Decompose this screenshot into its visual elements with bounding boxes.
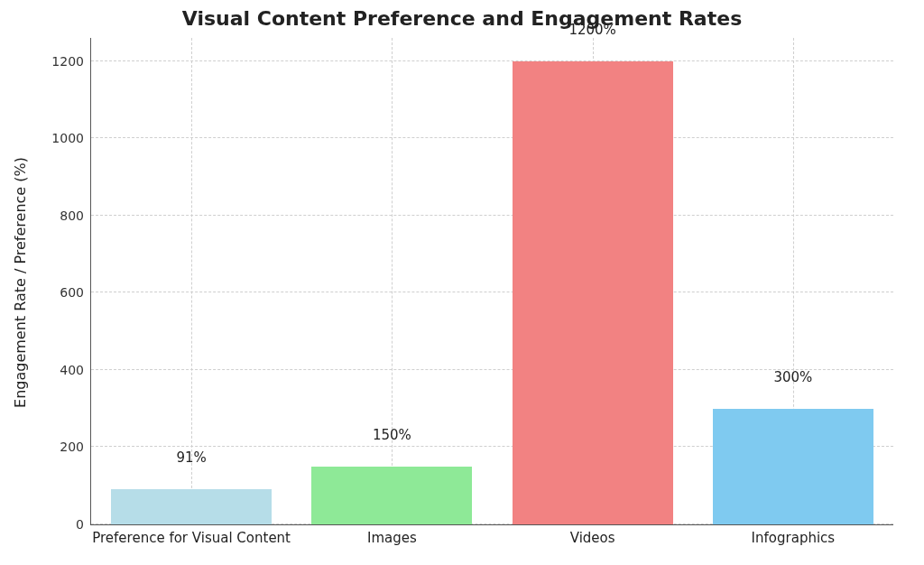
bar-value-label: 1200% bbox=[568, 22, 615, 38]
y-tick: 1200 bbox=[51, 54, 91, 69]
bar-value-label: 91% bbox=[176, 449, 206, 466]
x-tick: Preference for Visual Content bbox=[92, 524, 291, 546]
gridline-v bbox=[392, 38, 393, 524]
y-tick: 1000 bbox=[51, 131, 91, 145]
bar-videos bbox=[513, 61, 673, 524]
plot-area: 0 200 400 600 800 1000 1200 91% 1 bbox=[90, 38, 893, 525]
x-tick: Videos bbox=[570, 524, 615, 546]
y-tick: 0 bbox=[76, 517, 91, 532]
x-tick: Infographics bbox=[752, 524, 836, 546]
gridline-h: 800 bbox=[91, 215, 893, 216]
y-tick: 600 bbox=[60, 285, 91, 300]
chart-title: Visual Content Preference and Engagement… bbox=[0, 7, 924, 30]
bar-value-label: 150% bbox=[373, 427, 411, 443]
gridline-h: 600 bbox=[91, 292, 893, 292]
bar-images bbox=[311, 467, 472, 524]
bar-value-label: 300% bbox=[773, 369, 812, 385]
y-tick: 800 bbox=[60, 208, 91, 223]
gridline-h: 1000 bbox=[91, 137, 893, 138]
bar-infographics bbox=[713, 409, 873, 524]
y-tick: 200 bbox=[60, 440, 91, 454]
chart-container: Visual Content Preference and Engagement… bbox=[0, 0, 924, 565]
y-axis-label: Engagement Rate / Preference (%) bbox=[12, 157, 29, 408]
y-tick: 400 bbox=[60, 363, 91, 377]
bar-preference bbox=[111, 489, 272, 524]
gridline-h: 1200 bbox=[91, 60, 893, 61]
x-tick: Images bbox=[367, 524, 417, 546]
